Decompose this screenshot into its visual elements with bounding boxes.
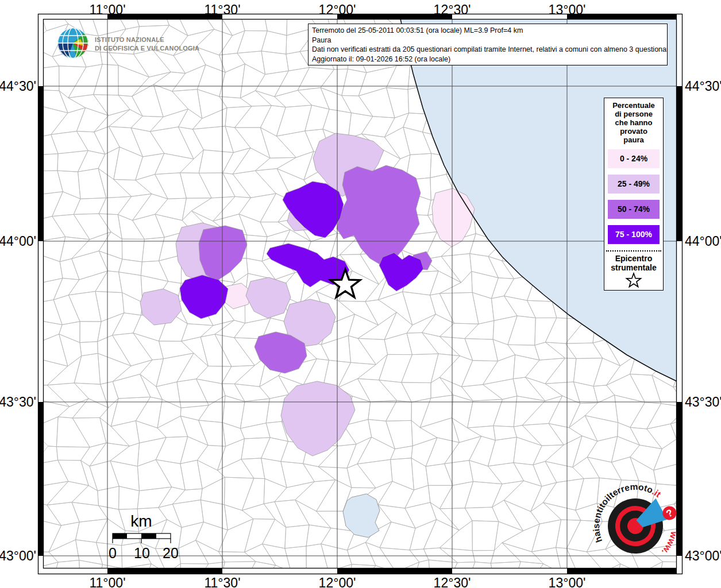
municipality-polygon (180, 275, 228, 319)
lat-label: 43°30' (685, 394, 721, 409)
map-canvas: 11°00' 11°30' 12°00' 12°30' 13°00' 11°00… (0, 0, 721, 588)
lon-label: 12°00' (319, 575, 356, 588)
event-effect: Paura (312, 36, 664, 45)
municipality-polygon (379, 253, 423, 291)
lon-label: 12°30' (434, 2, 471, 17)
legend-class-75-100: 75 - 100% (608, 225, 660, 244)
lon-label: 13°00' (549, 575, 586, 588)
municipality-polygon (199, 226, 247, 281)
lat-label: 43°00' (0, 548, 36, 563)
lon-label: 11°30' (204, 2, 240, 17)
ingv-name-line1: ISTITUTO NAZIONALE (95, 36, 164, 43)
lat-label: 44°30' (685, 79, 721, 94)
legend-epicenter-label: Epicentro strumentale (604, 254, 663, 272)
event-title: Terremoto del 25-05-2011 00:03:51 (ora l… (312, 26, 664, 36)
legend-class-25-49: 25 - 49% (608, 175, 660, 194)
lon-label: 12°00' (319, 2, 356, 17)
legend-class-0-24: 0 - 24% (608, 149, 660, 168)
lon-label: 13°00' (549, 2, 586, 17)
legend-title: Percentuale di persone che hanno provato… (604, 101, 663, 144)
legend-class-50-74: 50 - 74% (608, 200, 660, 219)
event-data-note: Dati non verificati estratti da 205 ques… (312, 45, 664, 55)
legend-divider (606, 250, 661, 252)
municipality-polygon (281, 381, 355, 456)
lon-label: 11°00' (89, 2, 125, 17)
ingv-name-line2: DI GEOFISICA E VULCANOLOGIA (95, 45, 199, 52)
lat-label: 44°00' (0, 234, 36, 249)
legend-star-icon (625, 272, 642, 289)
lat-label: 43°00' (685, 548, 721, 563)
municipality-polygon (283, 181, 344, 238)
scale-tick-label: 10 (134, 545, 150, 561)
lat-label: 44°30' (0, 79, 36, 94)
lake (343, 494, 380, 537)
scale-unit: km (130, 512, 152, 530)
lat-label: 44°00' (685, 234, 721, 249)
haisentitoilterremoto-logo: ? haisentitoilterremoto.it www. (576, 467, 693, 584)
scale-tick-label: 20 (163, 545, 179, 561)
scale-tick-label: 0 (109, 545, 117, 561)
event-updated: Aggiornato il: 09-01-2026 16:52 (ora loc… (312, 55, 664, 64)
municipality-polygon (337, 165, 421, 265)
macroseismic-map-page: 11°00' 11°30' 12°00' 12°30' 13°00' 11°00… (0, 0, 721, 588)
lon-label: 11°00' (89, 575, 125, 588)
ingv-globe-icon (57, 28, 88, 59)
scale-bar: km 0 10 20 (109, 512, 179, 561)
legend: Percentuale di persone che hanno provato… (604, 98, 664, 291)
municipality-polygon (140, 289, 182, 325)
lon-label: 12°30' (434, 575, 471, 588)
lat-label: 43°30' (0, 394, 36, 409)
municipality-polygon (246, 277, 291, 318)
event-info-box: Terremoto del 25-05-2011 00:03:51 (ora l… (308, 24, 668, 65)
lon-label: 11°30' (204, 575, 240, 588)
